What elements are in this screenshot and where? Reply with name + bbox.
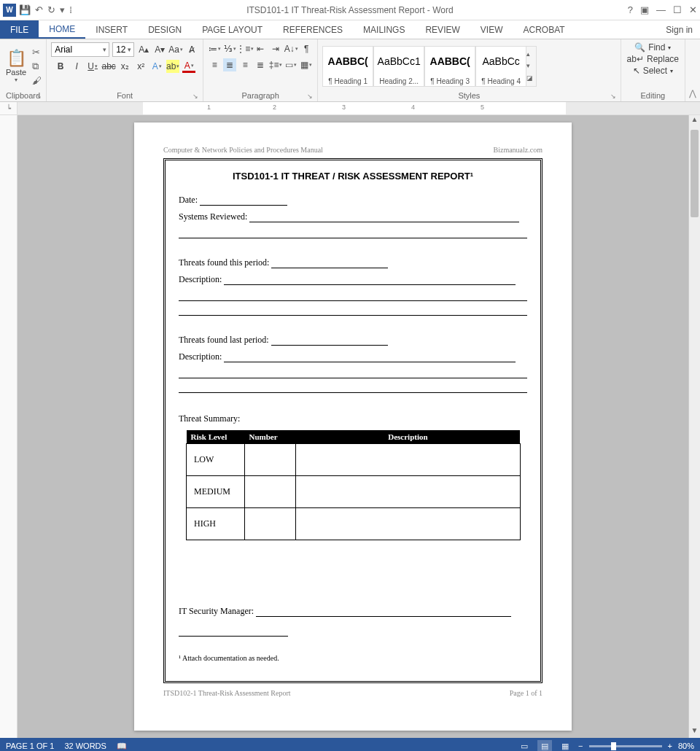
tab-review[interactable]: REVIEW bbox=[415, 20, 470, 39]
ribbon-options-icon[interactable]: ▣ bbox=[640, 4, 649, 15]
tab-acrobat[interactable]: ACROBAT bbox=[513, 20, 575, 39]
zoom-level[interactable]: 80% bbox=[678, 742, 694, 750]
status-bar: PAGE 1 OF 1 32 WORDS 📖 ▭ ▤ ▦ − + 80% bbox=[0, 738, 700, 751]
ruler-corner: ┕ bbox=[0, 102, 18, 114]
tab-home[interactable]: HOME bbox=[39, 20, 85, 39]
group-label-font: Font↘ bbox=[50, 91, 200, 101]
description-this-field: Description: bbox=[179, 274, 527, 285]
help-icon[interactable]: ? bbox=[628, 4, 633, 15]
redo-icon[interactable]: ↻ bbox=[47, 4, 55, 15]
scroll-down-icon[interactable]: ▼ bbox=[689, 726, 700, 738]
paragraph-launcher-icon[interactable]: ↘ bbox=[307, 93, 313, 100]
scroll-up-icon[interactable]: ▲ bbox=[689, 115, 700, 127]
copy-icon[interactable]: ⧉ bbox=[32, 61, 42, 72]
minimize-icon[interactable]: — bbox=[656, 4, 666, 15]
font-name-combo[interactable]: Arial bbox=[51, 42, 109, 57]
styles-launcher-icon[interactable]: ↘ bbox=[610, 93, 616, 100]
style-heading1[interactable]: AABBC(¶ Heading 1 bbox=[322, 46, 373, 87]
show-marks-icon[interactable]: ¶ bbox=[300, 42, 313, 55]
font-launcher-icon[interactable]: ↘ bbox=[192, 93, 198, 100]
find-button[interactable]: 🔍Find▾ bbox=[634, 42, 671, 52]
numbering-icon[interactable]: ⅓ bbox=[223, 42, 236, 55]
zoom-in-icon[interactable]: + bbox=[668, 742, 672, 750]
clear-formatting-icon[interactable]: A̷ bbox=[185, 43, 198, 56]
status-page[interactable]: PAGE 1 OF 1 bbox=[6, 742, 54, 751]
status-words[interactable]: 32 WORDS bbox=[64, 742, 106, 751]
bold-button[interactable]: B bbox=[54, 60, 67, 73]
zoom-slider[interactable] bbox=[589, 745, 662, 747]
increase-indent-icon[interactable]: ⇥ bbox=[269, 42, 282, 55]
ruler-vertical[interactable] bbox=[0, 115, 18, 738]
font-color-icon[interactable]: A bbox=[182, 60, 195, 73]
collapse-ribbon-icon[interactable]: ⋀ bbox=[685, 39, 700, 101]
tab-file[interactable]: FILE bbox=[0, 20, 39, 39]
group-styles: AABBC(¶ Heading 1 AaBbCc1Heading 2... AA… bbox=[318, 39, 621, 101]
align-right-icon[interactable]: ≡ bbox=[238, 58, 252, 71]
ruler-tick: 2 bbox=[273, 104, 276, 111]
vertical-scrollbar[interactable]: ▲ ▼ bbox=[688, 115, 700, 738]
document-body[interactable]: ITSD101-1 IT THREAT / RISK ASSESSMENT RE… bbox=[163, 158, 542, 683]
view-print-icon[interactable]: ▤ bbox=[537, 740, 552, 751]
subscript-button[interactable]: x₂ bbox=[118, 60, 131, 73]
change-case-icon[interactable]: Aa bbox=[169, 43, 182, 56]
styles-more-button[interactable]: ▴▾◪ bbox=[526, 46, 537, 87]
save-icon[interactable]: 💾 bbox=[19, 4, 31, 15]
justify-icon[interactable]: ≣ bbox=[254, 58, 267, 71]
group-editing: 🔍Find▾ ab↵Replace ↖Select▾ Editing bbox=[621, 39, 685, 101]
view-web-icon[interactable]: ▦ bbox=[558, 740, 572, 751]
tab-mailings[interactable]: MAILINGS bbox=[353, 20, 415, 39]
tab-design[interactable]: DESIGN bbox=[138, 20, 192, 39]
multilevel-icon[interactable]: ⋮≡ bbox=[238, 42, 252, 55]
tab-page-layout[interactable]: PAGE LAYOUT bbox=[192, 20, 273, 39]
threats-last-field: Threats found last period: bbox=[179, 335, 527, 346]
align-center-icon[interactable]: ≣ bbox=[223, 58, 236, 71]
undo-icon[interactable]: ↶ bbox=[35, 4, 43, 15]
replace-button[interactable]: ab↵Replace bbox=[627, 54, 679, 64]
select-button[interactable]: ↖Select▾ bbox=[633, 66, 673, 76]
highlight-icon[interactable]: ab bbox=[166, 60, 179, 73]
maximize-icon[interactable]: ☐ bbox=[673, 4, 682, 15]
close-icon[interactable]: ✕ bbox=[689, 4, 697, 15]
clipboard-launcher-icon[interactable]: ↘ bbox=[36, 93, 42, 100]
sort-icon[interactable]: A↓ bbox=[284, 42, 298, 55]
document-canvas[interactable]: Computer & Network Policies and Procedur… bbox=[18, 115, 688, 738]
qat-dropdown-icon[interactable]: ▾ bbox=[60, 4, 65, 15]
group-paragraph: ≔ ⅓ ⋮≡ ⇤ ⇥ A↓ ¶ ≡ ≣ ≡ ≣ ‡≡ ▭ ▦ Paragraph… bbox=[203, 39, 318, 101]
view-read-icon[interactable]: ▭ bbox=[517, 740, 532, 751]
footnote: ¹ Attach documentation as needed. bbox=[179, 654, 527, 662]
text-effects-icon[interactable]: A bbox=[150, 60, 163, 73]
sign-in-link[interactable]: Sign in bbox=[658, 20, 700, 39]
zoom-knob[interactable] bbox=[611, 742, 616, 750]
tab-references[interactable]: REFERENCES bbox=[273, 20, 353, 39]
cut-icon[interactable]: ✂ bbox=[32, 47, 42, 58]
font-size-combo[interactable]: 12 bbox=[112, 42, 134, 57]
scroll-thumb[interactable] bbox=[691, 130, 699, 217]
strikethrough-button[interactable]: abc bbox=[102, 60, 115, 73]
grow-font-icon[interactable]: A▴ bbox=[137, 43, 150, 56]
shading-icon[interactable]: ▭ bbox=[284, 58, 298, 71]
tab-insert[interactable]: INSERT bbox=[85, 20, 138, 39]
style-heading4[interactable]: AaBbCc¶ Heading 4 bbox=[475, 46, 526, 87]
shrink-font-icon[interactable]: A▾ bbox=[153, 43, 166, 56]
borders-icon[interactable]: ▦ bbox=[300, 58, 313, 71]
align-left-icon[interactable]: ≡ bbox=[208, 58, 221, 71]
style-heading3[interactable]: AABBC(¶ Heading 3 bbox=[424, 46, 475, 87]
ruler-horizontal[interactable]: ┕ 1 2 3 4 5 bbox=[0, 102, 700, 115]
bullets-icon[interactable]: ≔ bbox=[208, 42, 221, 55]
page-footer-left: ITSD102-1 Threat-Risk Assessment Report bbox=[163, 689, 291, 697]
underline-button[interactable]: U bbox=[86, 60, 99, 73]
style-heading2[interactable]: AaBbCc1Heading 2... bbox=[373, 46, 424, 87]
zoom-out-icon[interactable]: − bbox=[578, 742, 583, 750]
superscript-button[interactable]: x² bbox=[134, 60, 147, 73]
paste-button[interactable]: 📋 Paste ▾ bbox=[3, 47, 29, 85]
format-painter-icon[interactable]: 🖌 bbox=[32, 75, 42, 86]
tab-view[interactable]: VIEW bbox=[470, 20, 513, 39]
decrease-indent-icon[interactable]: ⇤ bbox=[254, 42, 267, 55]
table-row: MEDIUM bbox=[187, 476, 521, 508]
status-proofing-icon[interactable]: 📖 bbox=[117, 742, 127, 751]
line-spacing-icon[interactable]: ‡≡ bbox=[269, 58, 282, 71]
date-field: Date: bbox=[179, 195, 527, 206]
italic-button[interactable]: I bbox=[70, 60, 83, 73]
manager-signature: IT Security Manager: bbox=[179, 606, 527, 617]
page-header-left: Computer & Network Policies and Procedur… bbox=[163, 146, 323, 154]
